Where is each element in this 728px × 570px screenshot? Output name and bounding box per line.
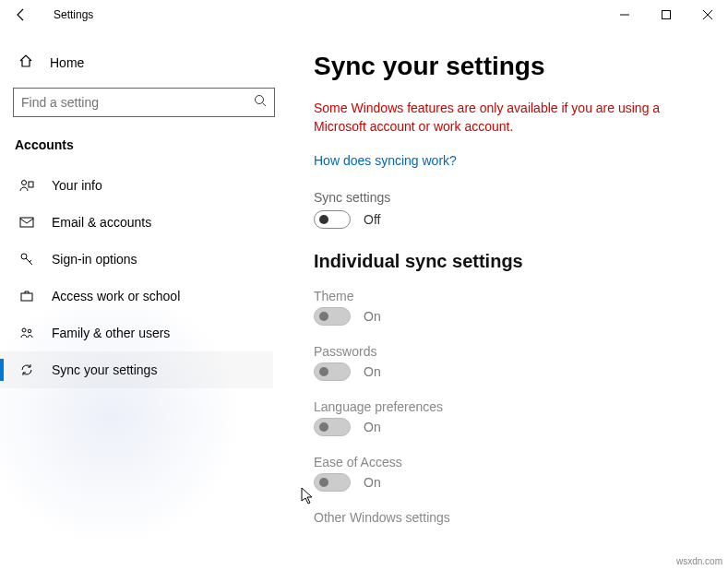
individual-section-title: Individual sync settings <box>314 251 700 272</box>
watermark: wsxdn.com <box>676 556 722 566</box>
sidebar-nav: Your info Email & accounts Sign-in optio… <box>0 167 273 388</box>
sync-settings-label: Sync settings <box>314 190 700 205</box>
other-windows-label: Other Windows settings <box>314 510 700 525</box>
window-title: Settings <box>54 8 93 21</box>
search-icon <box>254 94 267 111</box>
svg-rect-7 <box>29 182 33 187</box>
main-content: Sync your settings Some Windows features… <box>286 30 728 570</box>
sidebar-item-access-work-school[interactable]: Access work or school <box>0 278 273 315</box>
theme-state: On <box>364 309 381 324</box>
language-state: On <box>364 420 381 434</box>
ease-of-access-toggle <box>314 473 351 492</box>
sidebar-item-email-accounts[interactable]: Email & accounts <box>0 204 273 241</box>
language-label: Language preferences <box>314 399 700 414</box>
home-icon <box>18 53 33 71</box>
sync-settings-toggle[interactable] <box>314 210 351 229</box>
close-button[interactable] <box>686 0 728 30</box>
svg-point-11 <box>22 328 26 332</box>
sidebar-item-sync-settings[interactable]: Sync your settings <box>0 351 273 388</box>
back-button[interactable] <box>13 7 30 22</box>
svg-line-5 <box>263 103 267 107</box>
sidebar-item-label: Family & other users <box>52 326 170 340</box>
mail-icon <box>18 215 35 230</box>
passwords-toggle <box>314 362 351 381</box>
language-toggle <box>314 418 351 436</box>
search-input[interactable] <box>21 95 254 110</box>
passwords-state: On <box>364 364 381 379</box>
sidebar-item-label: Your info <box>52 178 102 193</box>
passwords-label: Passwords <box>314 344 700 359</box>
svg-point-12 <box>28 329 31 333</box>
briefcase-icon <box>18 289 35 303</box>
sidebar-item-signin-options[interactable]: Sign-in options <box>0 241 273 278</box>
maximize-button[interactable] <box>645 0 686 30</box>
svg-point-4 <box>256 96 264 104</box>
person-icon <box>18 178 35 193</box>
sync-icon <box>18 362 35 377</box>
warning-text: Some Windows features are only available… <box>314 100 683 136</box>
page-title: Sync your settings <box>314 52 700 81</box>
home-nav[interactable]: Home <box>13 46 273 78</box>
sidebar-item-family-users[interactable]: Family & other users <box>0 315 273 351</box>
minimize-button[interactable] <box>603 0 645 30</box>
sidebar-item-label: Email & accounts <box>52 215 151 230</box>
svg-rect-8 <box>20 218 33 227</box>
svg-rect-10 <box>21 293 32 301</box>
how-sync-works-link[interactable]: How does syncing work? <box>314 153 457 168</box>
home-label: Home <box>50 55 84 70</box>
key-icon <box>18 252 35 267</box>
sidebar-item-label: Access work or school <box>52 289 180 303</box>
sync-settings-state: Off <box>364 212 380 227</box>
search-box[interactable] <box>13 88 275 117</box>
svg-point-6 <box>22 181 27 185</box>
svg-rect-1 <box>662 11 670 19</box>
titlebar: Settings <box>0 0 728 30</box>
people-icon <box>18 326 35 340</box>
window-controls <box>603 0 728 30</box>
ease-of-access-label: Ease of Access <box>314 455 700 469</box>
sidebar-item-label: Sync your settings <box>52 362 157 377</box>
theme-label: Theme <box>314 289 700 303</box>
sidebar: Home Accounts Your info Email & accounts… <box>0 30 286 570</box>
sidebar-item-label: Sign-in options <box>52 252 137 267</box>
ease-of-access-state: On <box>364 475 381 490</box>
sidebar-item-your-info[interactable]: Your info <box>0 167 273 204</box>
sidebar-category: Accounts <box>15 137 273 152</box>
theme-toggle <box>314 307 351 326</box>
